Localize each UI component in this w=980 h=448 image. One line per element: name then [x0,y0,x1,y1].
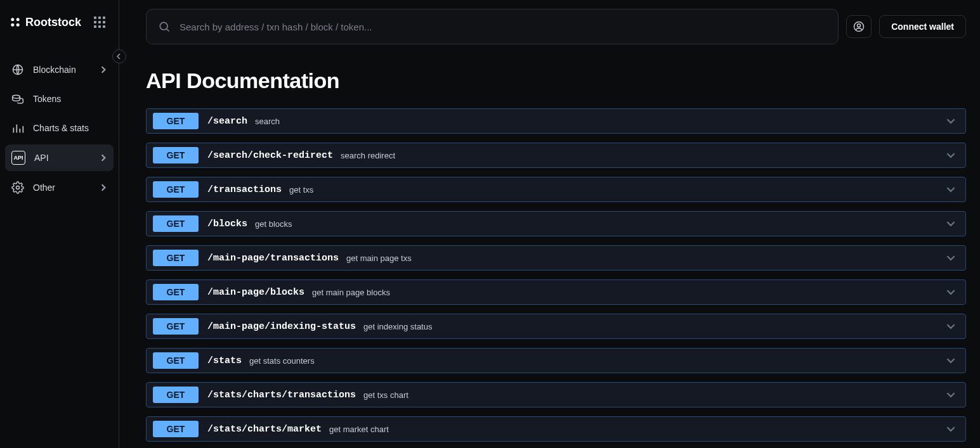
method-badge: GET [153,215,199,232]
chevron-down-icon [946,425,955,433]
svg-rect-11 [98,25,101,28]
sidebar-item-api[interactable]: API API [5,144,114,171]
svg-rect-5 [98,16,101,19]
sidebar-item-label: API [34,153,91,163]
svg-rect-4 [94,16,96,19]
api-endpoint-row[interactable]: GET/main-page/blocksget main page blocks [146,279,966,305]
method-badge: GET [153,284,199,300]
endpoint-description: search [255,117,946,126]
svg-rect-12 [103,25,105,28]
chevron-down-icon [946,185,955,194]
method-badge: GET [153,113,199,129]
user-icon [853,20,865,33]
sidebar-item-label: Blockchain [33,65,91,75]
sidebar-item-other[interactable]: Other [5,175,114,200]
connect-wallet-button[interactable]: Connect wallet [879,15,966,38]
api-endpoint-row[interactable]: GET/stats/charts/transactionsget txs cha… [146,382,966,407]
brand-logo[interactable]: Rootstock [9,16,81,29]
collapse-sidebar-button[interactable] [112,49,126,63]
endpoint-path: /main-page/transactions [207,253,339,264]
method-badge: GET [153,181,199,198]
apps-grid-button[interactable] [93,15,107,29]
sidebar-item-label: Other [33,182,91,193]
bars-icon [11,122,24,134]
sidebar-nav: Blockchain Tokens Charts & stats [0,52,119,205]
chevron-down-icon [946,253,955,262]
svg-rect-9 [103,21,105,23]
endpoint-path: /stats/charts/transactions [207,390,356,400]
endpoint-path: /search [207,116,247,127]
api-endpoint-row[interactable]: GET/transactionsget txs [146,177,966,202]
svg-rect-10 [94,25,96,28]
page-title: API Documentation [146,68,966,93]
method-badge: GET [153,250,199,266]
topbar: Connect wallet [146,0,966,44]
main-content: Connect wallet API Documentation GET/sea… [119,0,980,448]
gear-icon [11,181,24,194]
logo-row: Rootstock [0,15,119,44]
method-badge: GET [153,318,199,335]
api-endpoint-list: GET/searchsearchGET/search/check-redirec… [146,108,966,442]
sidebar-item-label: Charts & stats [33,123,107,133]
api-endpoint-row[interactable]: GET/main-page/indexing-statusget indexin… [146,314,966,339]
svg-rect-6 [103,16,105,19]
svg-rect-8 [98,21,101,23]
globe-icon [11,63,24,76]
account-button[interactable] [846,15,872,38]
api-icon: API [11,151,25,165]
api-endpoint-row[interactable]: GET/main-page/transactionsget main page … [146,245,966,271]
chevron-down-icon [946,288,955,297]
sidebar-item-label: Tokens [33,94,107,104]
api-endpoint-row[interactable]: GET/searchsearch [146,108,966,134]
api-endpoint-row[interactable]: GET/statsget stats counters [146,348,966,373]
svg-point-3 [16,23,20,27]
svg-point-1 [16,18,20,21]
endpoint-description: get stats counters [249,356,946,366]
chevron-down-icon [946,117,955,125]
sidebar-item-charts[interactable]: Charts & stats [5,115,114,141]
endpoint-description: get market chart [329,425,946,434]
endpoint-path: /main-page/indexing-status [207,321,356,332]
chevron-down-icon [946,219,955,228]
endpoint-description: get txs chart [363,390,946,400]
endpoint-path: /search/check-redirect [207,150,333,161]
endpoint-description: get indexing status [363,322,946,331]
api-endpoint-row[interactable]: GET/blocksget blocks [146,211,966,236]
chevron-down-icon [946,356,955,365]
chevron-down-icon [946,151,955,160]
sidebar-item-blockchain[interactable]: Blockchain [5,57,114,82]
endpoint-description: get main page txs [346,253,946,263]
endpoint-description: get blocks [255,219,946,229]
method-badge: GET [153,387,199,403]
api-endpoint-row[interactable]: GET/stats/charts/marketget market chart [146,416,966,442]
endpoint-description: get txs [289,185,946,195]
chevron-down-icon [946,322,955,331]
chevron-right-icon [100,66,107,74]
chevron-down-icon [946,390,955,399]
endpoint-description: get main page blocks [312,288,946,297]
endpoint-path: /stats [207,355,242,366]
search-input[interactable] [180,22,826,32]
search-icon [158,20,171,33]
svg-point-2 [11,23,14,27]
svg-point-0 [11,18,14,21]
method-badge: GET [153,147,199,163]
sidebar: Rootstock Blockchain [0,0,119,448]
endpoint-description: search redirect [341,151,946,160]
svg-point-16 [160,22,167,30]
brand-name: Rootstock [25,16,81,29]
api-endpoint-row[interactable]: GET/search/check-redirectsearch redirect [146,143,966,168]
chevron-right-icon [100,184,107,191]
svg-point-18 [858,24,861,27]
method-badge: GET [153,352,199,369]
endpoint-path: /stats/charts/market [207,424,322,435]
svg-rect-7 [94,21,96,23]
search-bar[interactable] [146,9,839,44]
method-badge: GET [153,421,199,437]
svg-point-14 [13,95,20,98]
endpoint-path: /main-page/blocks [207,287,304,298]
sidebar-item-tokens[interactable]: Tokens [5,86,114,112]
endpoint-path: /transactions [207,184,282,195]
endpoint-path: /blocks [207,219,247,229]
chevron-right-icon [100,154,107,162]
